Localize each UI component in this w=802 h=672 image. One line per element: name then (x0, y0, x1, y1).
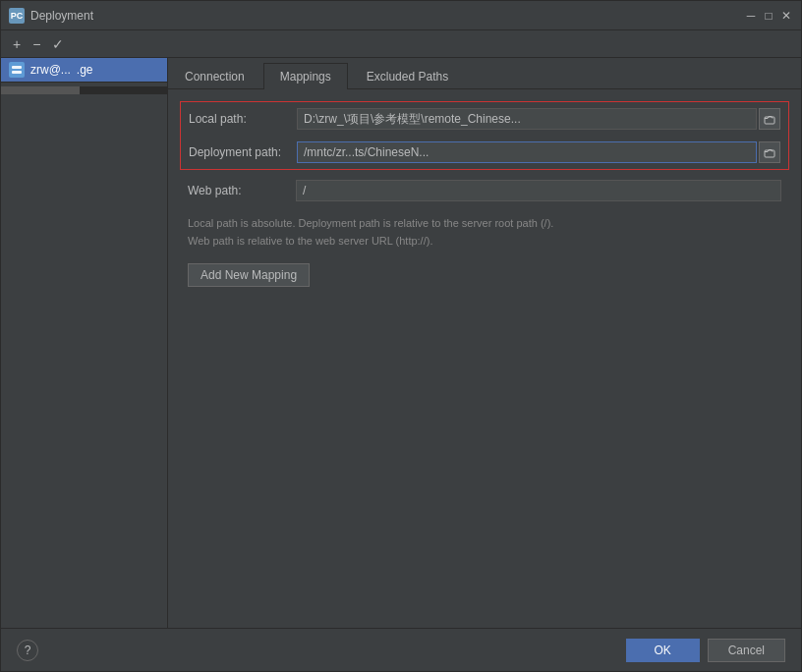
right-panel: Connection Mappings Excluded Paths Local… (168, 58, 801, 628)
deployment-dialog: PC Deployment ─ □ ✕ + − ✓ zrw@... (0, 0, 802, 672)
hint-line-1: Local path is absolute. Deployment path … (188, 215, 781, 233)
deployment-path-browse-button[interactable] (759, 141, 780, 163)
local-path-row: Local path: (180, 101, 789, 136)
tab-connection[interactable]: Connection (168, 63, 261, 89)
action-buttons: OK Cancel (626, 639, 785, 662)
sidebar-bottom (1, 82, 167, 98)
bottom-bar: ? OK Cancel (1, 628, 801, 671)
title-bar: PC Deployment ─ □ ✕ (1, 1, 801, 30)
add-new-mapping-button[interactable]: Add New Mapping (188, 263, 310, 287)
deployment-path-label: Deployment path: (189, 145, 297, 159)
sidebar: zrw@... .ge (1, 58, 168, 628)
help-button[interactable]: ? (17, 640, 38, 661)
add-server-button[interactable]: + (9, 35, 25, 53)
remove-server-button[interactable]: − (29, 35, 44, 53)
hint-line-2: Web path is relative to the web server U… (188, 233, 781, 251)
sidebar-scrollbar[interactable] (1, 86, 167, 94)
svg-rect-1 (12, 71, 22, 74)
deployment-path-row: Deployment path: (180, 136, 789, 170)
sidebar-item-label: zrw@... (30, 63, 71, 77)
minimize-button[interactable]: ─ (744, 9, 758, 23)
tab-excluded-paths[interactable]: Excluded Paths (350, 63, 465, 89)
deployment-path-input[interactable] (297, 141, 757, 163)
tab-mappings[interactable]: Mappings (263, 63, 348, 89)
server-icon (9, 62, 25, 78)
ok-button[interactable]: OK (626, 639, 700, 662)
mappings-tab-content: Local path: Deployment path: (168, 89, 801, 628)
web-path-label: Web path: (188, 184, 296, 197)
confirm-button[interactable]: ✓ (48, 35, 68, 53)
sidebar-item-server[interactable]: zrw@... .ge (1, 58, 167, 82)
cancel-button[interactable]: Cancel (708, 639, 785, 662)
hint-text: Local path is absolute. Deployment path … (180, 207, 789, 257)
web-path-row: Web path: (180, 174, 789, 207)
sidebar-item-suffix: .ge (77, 63, 93, 77)
tab-bar: Connection Mappings Excluded Paths (168, 58, 801, 89)
main-content: zrw@... .ge Connection Mappings (1, 58, 801, 628)
local-path-label: Local path: (189, 112, 297, 126)
close-button[interactable]: ✕ (779, 9, 793, 23)
sidebar-scrollbar-thumb (1, 86, 80, 94)
web-path-input[interactable] (296, 180, 781, 201)
toolbar: + − ✓ (1, 30, 801, 58)
local-path-browse-button[interactable] (759, 108, 780, 130)
app-icon: PC (9, 8, 25, 24)
maximize-button[interactable]: □ (762, 9, 775, 23)
window-controls: ─ □ ✕ (744, 9, 793, 23)
window-title: Deployment (30, 9, 744, 23)
local-path-input[interactable] (297, 108, 757, 130)
svg-rect-0 (12, 66, 22, 69)
